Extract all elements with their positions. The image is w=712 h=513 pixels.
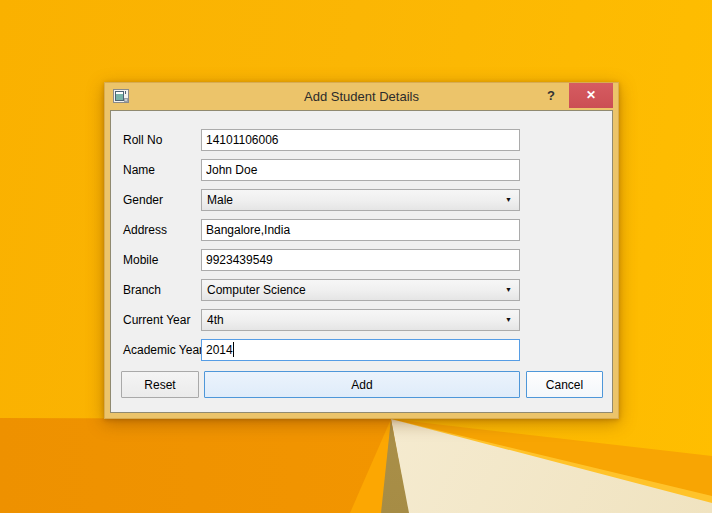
branch-select[interactable]: Computer Science ▼	[201, 279, 520, 301]
chevron-down-icon: ▼	[505, 310, 512, 330]
academic-year-row: Academic Year	[111, 339, 612, 361]
name-field[interactable]	[201, 159, 520, 181]
mobile-field[interactable]	[201, 249, 520, 271]
name-label: Name	[123, 159, 155, 181]
cancel-button[interactable]: Cancel	[526, 371, 603, 398]
mobile-row: Mobile	[111, 249, 612, 271]
help-button[interactable]: ?	[542, 83, 560, 110]
branch-selected-value: Computer Science	[207, 280, 306, 300]
roll-no-field[interactable]	[201, 129, 520, 151]
gender-label: Gender	[123, 189, 163, 211]
add-student-dialog: Add Student Details ? ✕ Roll No Name Gen…	[104, 82, 619, 419]
academic-year-field-wrap	[111, 339, 612, 361]
branch-row: Branch Computer Science ▼	[111, 279, 612, 301]
add-button[interactable]: Add	[204, 371, 520, 398]
roll-no-row: Roll No	[111, 129, 612, 151]
reset-button[interactable]: Reset	[121, 371, 199, 398]
desktop-background: Add Student Details ? ✕ Roll No Name Gen…	[0, 0, 712, 513]
current-year-label: Current Year	[123, 309, 190, 331]
text-cursor	[233, 342, 234, 357]
close-button[interactable]: ✕	[569, 83, 613, 108]
name-row: Name	[111, 159, 612, 181]
mobile-label: Mobile	[123, 249, 158, 271]
chevron-down-icon: ▼	[505, 280, 512, 300]
roll-no-label: Roll No	[123, 129, 162, 151]
address-field[interactable]	[201, 219, 520, 241]
dialog-body: Roll No Name Gender Male ▼ Address Mobil…	[110, 110, 613, 413]
gender-selected-value: Male	[207, 190, 233, 210]
chevron-down-icon: ▼	[505, 190, 512, 210]
gender-row: Gender Male ▼	[111, 189, 612, 211]
branch-label: Branch	[123, 279, 161, 301]
current-year-row: Current Year 4th ▼	[111, 309, 612, 331]
current-year-selected-value: 4th	[207, 310, 224, 330]
address-label: Address	[123, 219, 167, 241]
academic-year-field[interactable]	[201, 339, 520, 361]
dialog-titlebar[interactable]: Add Student Details ? ✕	[105, 83, 618, 110]
address-row: Address	[111, 219, 612, 241]
current-year-select[interactable]: 4th ▼	[201, 309, 520, 331]
gender-select[interactable]: Male ▼	[201, 189, 520, 211]
